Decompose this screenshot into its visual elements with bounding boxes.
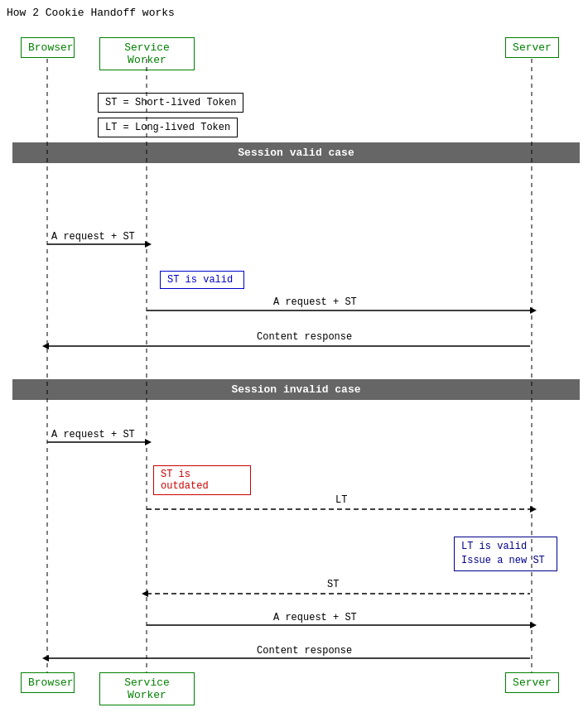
diagram-title: How 2 Cookie Handoff works xyxy=(7,7,175,19)
status-st-outdated: ST is outdated xyxy=(153,465,251,495)
participant-browser-top: Browser xyxy=(21,37,75,58)
label-st: ST xyxy=(327,579,339,590)
svg-marker-16 xyxy=(530,622,537,628)
status-lt-valid: LT is validIssue a new ST xyxy=(454,537,557,571)
annotation-st: ST = Short-lived Token xyxy=(98,93,243,113)
label-content1: Content response xyxy=(257,331,352,343)
section-invalid: Session invalid case xyxy=(12,379,580,400)
label-req4: A request + ST xyxy=(273,612,357,623)
label-req1: A request + ST xyxy=(51,231,135,243)
participant-server-top: Server xyxy=(505,37,559,58)
participant-browser-bottom: Browser xyxy=(21,672,75,693)
label-content2: Content response xyxy=(257,645,352,657)
label-req2: A request + ST xyxy=(273,296,357,308)
svg-marker-12 xyxy=(530,506,537,513)
svg-marker-14 xyxy=(142,590,148,597)
svg-marker-10 xyxy=(145,439,152,445)
svg-marker-18 xyxy=(42,655,49,662)
status-st-valid: ST is valid xyxy=(160,271,244,289)
svg-marker-8 xyxy=(42,343,49,349)
svg-marker-4 xyxy=(145,241,152,248)
participant-serviceworker-bottom: Service Worker xyxy=(99,672,195,705)
section-valid: Session valid case xyxy=(12,142,580,163)
svg-marker-6 xyxy=(530,307,537,314)
diagram-container: How 2 Cookie Handoff works Browser Servi… xyxy=(0,0,588,722)
participant-serviceworker-top: Service Worker xyxy=(99,37,195,70)
annotation-lt: LT = Long-lived Token xyxy=(98,118,238,137)
label-lt: LT xyxy=(335,494,347,506)
label-req3: A request + ST xyxy=(51,429,135,440)
participant-server-bottom: Server xyxy=(505,672,559,693)
